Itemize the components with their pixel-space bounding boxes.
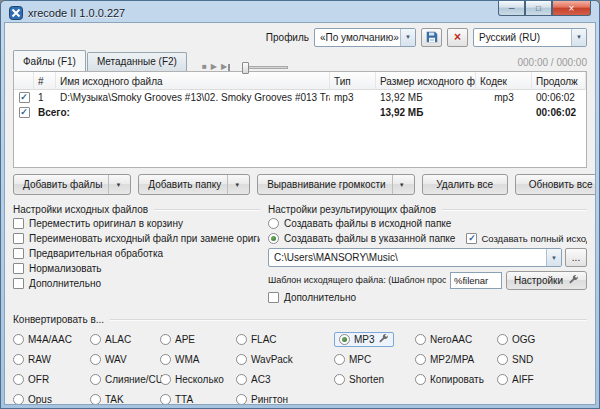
radio-output-custom-folder[interactable]: Создавать файлы в указанной папке (268, 233, 455, 244)
radio-format-ac3[interactable]: AC3 (236, 371, 334, 387)
ellipsis-icon: ... (572, 252, 580, 263)
column-codec[interactable]: Кодек (476, 72, 532, 90)
radio-format-tak[interactable]: TAK (90, 391, 160, 405)
output-path-select[interactable]: C:\Users\MANSORY\Music\ ▼ (268, 248, 562, 267)
minimize-icon: ─ (509, 4, 515, 13)
app-icon (9, 6, 23, 20)
row-checkbox[interactable] (19, 92, 30, 103)
radio-format-raw[interactable]: RAW (13, 351, 90, 367)
save-profile-button[interactable] (421, 28, 442, 47)
radio-format-multiple[interactable]: Несколько (160, 371, 236, 387)
checkbox-normalize[interactable]: Нормализовать (13, 261, 260, 276)
radio-circle (160, 374, 171, 385)
file-table[interactable]: # Имя исходного файла Тип Размер исходно… (13, 71, 587, 168)
table-row[interactable]: 1 D:\Музыка\Smoky Grooves #13\02. Smoky … (14, 90, 586, 105)
delete-profile-button[interactable]: × (447, 28, 468, 47)
close-button[interactable]: × (552, 1, 591, 16)
selected-format-box: MP3 (334, 332, 394, 347)
output-settings: Настройки результирующих файлов Создават… (260, 202, 587, 305)
maximize-button[interactable]: □ (525, 1, 552, 16)
checkbox-source-advanced[interactable]: Дополнительно (13, 276, 260, 291)
radio-format-neroaac[interactable]: NeroAAC (415, 331, 497, 347)
tab-files[interactable]: Файлы (F1) (13, 50, 86, 71)
radio-circle (236, 334, 247, 345)
radio-format-wav[interactable]: WAV (90, 351, 160, 367)
browse-folder-button[interactable]: ... (565, 248, 587, 267)
radio-circle (90, 374, 101, 385)
checkbox-move-original-to-trash[interactable]: Переместить оригинал в корзину (13, 216, 260, 231)
column-source-name[interactable]: Имя исходного файла (56, 72, 330, 90)
radio-format-mp3[interactable]: MP3 (334, 331, 415, 347)
radio-output-source-folder[interactable]: Создавать файлы в исходной папке (268, 216, 587, 231)
filename-template-input[interactable]: %filenar (450, 272, 502, 289)
radio-format-wma[interactable]: WMA (160, 351, 236, 367)
seek-slider[interactable] (242, 66, 288, 69)
radio-format-aiff[interactable]: AIFF (497, 371, 587, 387)
radio-format-flac[interactable]: FLAC (236, 331, 334, 347)
radio-format-ogg[interactable]: OGG (497, 331, 587, 347)
column-duration[interactable]: Продолж (532, 72, 586, 90)
radio-format-snd[interactable]: SND (497, 351, 587, 367)
playback-time: 000:00 / 000:00 (517, 57, 587, 71)
radio-format-ringtone[interactable]: Рингтон (236, 391, 334, 405)
radio-format-copy[interactable]: Копировать (415, 371, 497, 387)
checkbox-output-advanced[interactable]: Дополнительно (268, 290, 587, 305)
convert-section: Конвертировать в... M4A/AAC ALAC APE FLA… (13, 312, 587, 405)
play-icon: ▶ (211, 63, 217, 71)
chevron-down-icon[interactable]: ▼ (400, 29, 415, 46)
radio-format-m4a-aac[interactable]: M4A/AAC (13, 331, 90, 347)
delete-icon: × (454, 31, 461, 43)
language-select[interactable]: Русский (RU) ▼ (473, 28, 587, 47)
minimize-button[interactable]: ─ (498, 1, 525, 16)
play-button[interactable]: ▶ (211, 63, 217, 71)
column-number[interactable]: # (34, 72, 56, 90)
volume-leveling-button[interactable]: Выравнивание громкости ▼ (257, 174, 414, 195)
checkbox-preprocessing[interactable]: Предварительная обработка (13, 246, 260, 261)
playback-controls: ■ ▶ ▶ (202, 63, 296, 71)
table-total-row[interactable]: Всего: 13,92 МБ 00:06:02 (14, 105, 586, 120)
add-folder-button[interactable]: Добавить папку ▼ (138, 174, 250, 195)
seek-slider-thumb[interactable] (242, 62, 249, 74)
total-size: 13,92 МБ (376, 107, 476, 118)
column-type[interactable]: Тип (330, 72, 376, 90)
radio-circle (13, 374, 24, 385)
header-checkbox-column (14, 72, 34, 90)
stop-button[interactable]: ■ (202, 63, 207, 71)
add-files-button[interactable]: Добавить файлы ▼ (13, 174, 131, 195)
next-track-button[interactable]: ▶ (221, 63, 230, 71)
tab-metadata[interactable]: Метаданные (F2) (87, 52, 187, 71)
chevron-down-icon[interactable]: ▼ (108, 175, 121, 194)
chevron-down-icon[interactable]: ▼ (571, 29, 586, 46)
radio-circle (268, 218, 279, 229)
chevron-down-icon[interactable]: ▼ (227, 175, 240, 194)
radio-format-merge-cue[interactable]: Слияние/CUE (90, 371, 160, 387)
radio-format-alac[interactable]: ALAC (90, 331, 160, 347)
chevron-down-icon[interactable]: ▼ (392, 175, 405, 194)
radio-format-opus[interactable]: Opus (13, 391, 90, 405)
template-settings-button[interactable]: Настройки (506, 271, 587, 290)
checkbox-box (13, 278, 24, 289)
source-settings-title: Настройки исходных файлов (13, 202, 260, 216)
checkbox-rename-source-on-replace[interactable]: Переименовать исходный файл при замене о… (13, 231, 260, 246)
radio-format-ape[interactable]: APE (160, 331, 236, 347)
wrench-icon[interactable] (379, 334, 389, 344)
titlebar[interactable]: xrecode II 1.0.0.227 ─ □ × (1, 1, 599, 22)
radio-format-tta[interactable]: TTA (160, 391, 236, 405)
checkbox-full-source-path[interactable]: Создавать полный исходный путь (466, 233, 587, 244)
refresh-all-button[interactable]: Обновить все (515, 174, 596, 195)
column-source-size[interactable]: Размер исходного файла (376, 72, 476, 90)
radio-format-ofr[interactable]: OFR (13, 371, 90, 387)
profile-value: «По умолчанию» (320, 32, 399, 43)
profile-row: Профиль «По умолчанию» ▼ × Русский (RU) … (13, 27, 587, 47)
radio-format-wavpack[interactable]: WavPack (236, 351, 334, 367)
profile-select[interactable]: «По умолчанию» ▼ (314, 28, 416, 47)
actions-row: Добавить файлы ▼ Добавить папку ▼ Выравн… (13, 174, 587, 195)
total-checkbox[interactable] (19, 107, 30, 118)
radio-format-mp2-mpa[interactable]: MP2/MPA (415, 351, 497, 367)
chevron-down-icon[interactable]: ▼ (546, 249, 561, 266)
radio-format-shorten[interactable]: Shorten (334, 371, 415, 387)
radio-format-mpc[interactable]: MPC (334, 351, 415, 367)
window-content: Профиль «По умолчанию» ▼ × Русский (RU) … (4, 22, 596, 405)
radio-circle (334, 374, 345, 385)
remove-all-button[interactable]: Удалить все (422, 174, 508, 195)
